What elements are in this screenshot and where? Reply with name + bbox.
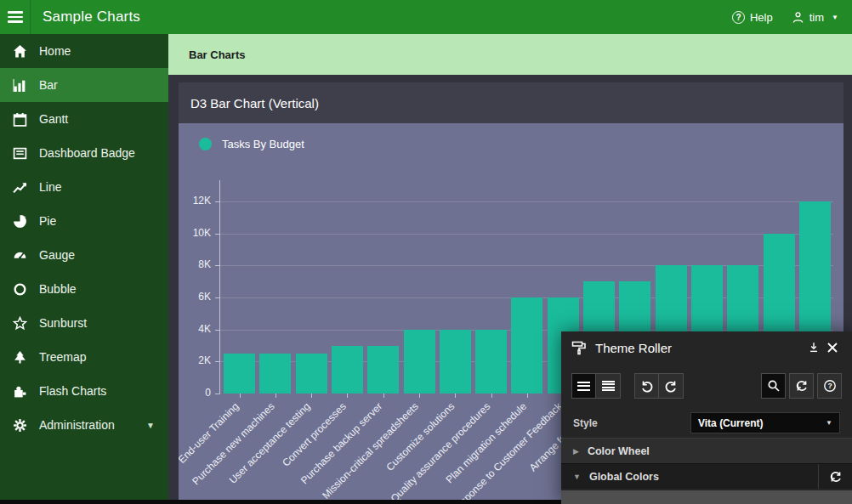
x-tick-mark <box>527 394 528 398</box>
app-title: Sample Charts <box>43 8 140 25</box>
sidebar-item-label: Administration <box>39 418 115 432</box>
chart-panel-title: D3 Bar Chart (Vertical) <box>190 96 319 110</box>
home-icon <box>0 44 39 59</box>
refresh-icon <box>795 379 809 393</box>
dashboard-badge-icon <box>0 146 39 161</box>
sidebar-item-gantt[interactable]: Gantt <box>0 102 168 136</box>
chevron-down-icon: ▼ <box>573 473 581 481</box>
gantt-calendar-icon <box>0 112 39 127</box>
theme-roller-title: Theme Roller <box>595 341 672 355</box>
sidebar-item-dashboard-badge[interactable]: Dashboard Badge <box>0 136 168 170</box>
help-label: Help <box>750 11 773 24</box>
hamburger-icon <box>8 8 23 25</box>
sidebar-item-treemap[interactable]: Treemap <box>0 340 168 374</box>
flash-charts-icon <box>0 384 39 399</box>
x-tick-mark <box>383 394 384 398</box>
bar-1[interactable] <box>224 354 255 394</box>
legend-label: Tasks By Budget <box>222 138 304 150</box>
y-tick-mark <box>215 265 219 266</box>
section-color-wheel[interactable]: ▶ Color Wheel <box>561 438 852 463</box>
theme-roller-panel: Theme Roller <box>561 331 852 504</box>
sidebar-item-label: Pie <box>39 214 56 228</box>
bar-4[interactable] <box>332 346 363 394</box>
bar-8[interactable] <box>475 330 507 394</box>
sidebar-item-bubble[interactable]: Bubble <box>0 272 168 306</box>
help-button[interactable]: ? Help <box>732 11 773 24</box>
chart-panel-header: D3 Bar Chart (Vertical) <box>179 82 843 123</box>
sidebar-item-sunburst[interactable]: Sunburst <box>0 306 168 340</box>
sidebar-item-home[interactable]: Home <box>0 34 168 68</box>
x-tick-mark <box>347 394 348 398</box>
bar-3[interactable] <box>296 354 327 394</box>
download-button[interactable] <box>804 338 823 357</box>
redo-button[interactable] <box>659 373 684 399</box>
y-tick-label: 0 <box>179 387 211 399</box>
sidebar-item-gauge[interactable]: Gauge <box>0 238 168 272</box>
y-tick-mark <box>215 201 219 202</box>
x-tick-mark <box>311 394 312 398</box>
color-wheel-label: Color Wheel <box>588 445 650 457</box>
line-chart-icon <box>0 180 39 195</box>
sidebar-nav: HomeBarGanttDashboard BadgeLinePieGaugeB… <box>0 34 168 500</box>
style-select[interactable]: Vita (Current) ▼ <box>690 412 840 433</box>
redo-icon <box>664 379 678 393</box>
section-global-colors[interactable]: ▼ Global Colors <box>561 463 852 489</box>
bar-6[interactable] <box>404 330 435 394</box>
y-tick-label: 8K <box>179 258 211 270</box>
svg-text:?: ? <box>827 382 832 390</box>
sidebar-item-label: Sunburst <box>39 316 87 330</box>
theme-roller-header[interactable]: Theme Roller <box>561 331 852 364</box>
undo-button[interactable] <box>634 373 659 399</box>
y-tick-label: 10K <box>179 227 211 239</box>
download-icon <box>808 342 820 354</box>
user-menu[interactable]: tim ▼ <box>792 11 838 24</box>
bar-2[interactable] <box>259 354 291 394</box>
detailed-list-view-button[interactable] <box>596 373 621 399</box>
refresh-theme-button[interactable] <box>789 373 814 399</box>
y-tick-label: 4K <box>179 323 211 335</box>
topbar: Sample Charts ? Help tim ▼ <box>0 0 852 34</box>
sidebar-item-administration[interactable]: Administration▼ <box>0 408 168 442</box>
sidebar-item-label: Gantt <box>39 112 68 126</box>
x-tick-mark <box>275 394 276 398</box>
compact-list-icon <box>577 379 590 393</box>
help-circle-icon: ? <box>823 379 837 393</box>
y-tick-label: 2K <box>179 354 211 366</box>
y-tick-mark <box>215 394 219 394</box>
sidebar-item-flash-charts[interactable]: Flash Charts <box>0 374 168 408</box>
detailed-list-icon <box>602 379 615 393</box>
sidebar-item-label: Line <box>39 180 61 194</box>
sidebar-item-label: Bar <box>39 78 58 92</box>
app-window: Sample Charts ? Help tim ▼ HomeBarGanttD… <box>0 0 852 504</box>
global-colors-refresh-button[interactable] <box>818 464 852 489</box>
gridline <box>219 234 833 235</box>
bar-9[interactable] <box>511 297 542 394</box>
bar-5[interactable] <box>367 346 399 394</box>
sidebar-item-bar[interactable]: Bar <box>0 68 168 102</box>
treemap-tree-icon <box>0 350 39 365</box>
help-icon: ? <box>732 11 745 24</box>
sidebar-item-label: Gauge <box>39 248 75 262</box>
sidebar-item-label: Home <box>39 44 71 58</box>
close-button[interactable] <box>823 338 842 357</box>
search-icon <box>767 379 781 393</box>
sidebar-item-pie[interactable]: Pie <box>0 204 168 238</box>
sidebar-item-line[interactable]: Line <box>0 170 168 204</box>
chart-legend[interactable]: Tasks By Budget <box>199 138 304 150</box>
paint-roller-icon <box>571 340 587 355</box>
breadcrumb-bar: Bar Charts <box>168 34 852 75</box>
theme-roller-help-button[interactable]: ? <box>817 373 842 399</box>
search-button[interactable] <box>761 373 786 399</box>
chevron-down-icon: ▼ <box>832 14 838 21</box>
y-tick-label: 12K <box>179 195 211 207</box>
compact-list-view-button[interactable] <box>571 373 596 399</box>
hamburger-menu-button[interactable] <box>0 0 31 34</box>
sidebar-item-label: Flash Charts <box>39 384 106 398</box>
bar-7[interactable] <box>440 330 471 394</box>
x-tick-mark <box>419 394 420 398</box>
legend-marker <box>199 138 212 150</box>
gauge-icon <box>0 248 39 263</box>
sidebar-item-label: Treemap <box>39 350 87 364</box>
style-label: Style <box>573 417 598 429</box>
user-name: tim <box>809 11 824 24</box>
